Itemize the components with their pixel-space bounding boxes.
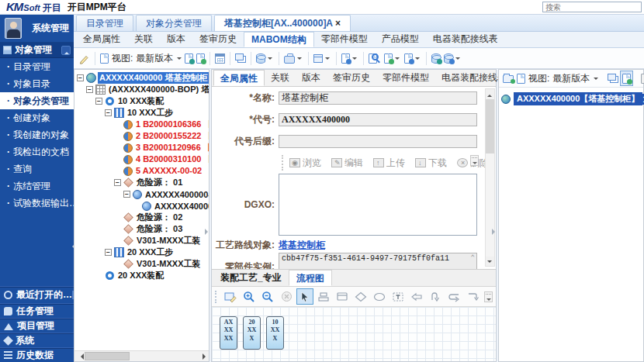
name-field[interactable] [279,91,477,105]
tree-node-workstep-10[interactable]: 10 XXX工步 [74,107,209,119]
sidebar-section-project-management[interactable]: 项目管理 [0,318,74,333]
upload-button[interactable]: 上传 [373,157,405,170]
tab-global-properties[interactable]: 全局属性 [76,32,127,47]
collapse-expander-icon[interactable] [105,109,112,116]
route-object-link[interactable]: 塔基控制柜 [279,239,325,252]
chevron-down-icon[interactable] [177,57,182,62]
sidebar-item-create-object[interactable]: 创建对象 [0,109,74,126]
tab-catalog-management[interactable]: 目录管理 [76,15,133,31]
sidebar-section-task-management[interactable]: 任务管理 [0,303,74,318]
sidebar-section-recently-opened[interactable]: 最近打开的… [0,286,74,303]
tree-node-hazard-doc[interactable]: AXXXXX400000-B [74,188,209,200]
tab-mabom-structure[interactable]: MABOM结构 [244,32,314,47]
document-add-icon[interactable] [195,50,206,66]
pointer-select-icon[interactable] [296,288,313,305]
toolbox-icon[interactable] [282,50,305,66]
view-document-icon[interactable] [99,50,110,66]
sidebar-item-object-catalog[interactable]: 对象目录 [0,75,74,92]
database-edit-icon[interactable] [442,50,463,66]
tree-node-part[interactable]: 3 B20001120966 【刀 [74,142,209,153]
horizontal-scrollbar[interactable] [74,350,209,361]
tree-node-root[interactable]: AXXXXX400000 塔基控制柜 [74,72,209,84]
collapse-expander-icon[interactable] [95,98,102,105]
center-splitter-handle[interactable] [492,222,497,241]
text-label-icon[interactable] [390,288,407,305]
sidebar-section-system[interactable]: 系统 [0,333,74,347]
part-instance-textarea[interactable]: cbb47f75-f351-4614-9497-79175ff0fa11 ⌃ [279,253,477,270]
ellipse-shape-icon[interactable] [371,288,388,305]
search-input[interactable] [542,2,642,12]
edit-properties-icon[interactable] [222,288,239,305]
tree-node-part[interactable]: 4 B20000310100 【紧 [74,153,209,165]
collapse-expander-icon[interactable] [123,191,130,198]
tree-node-hazard-01[interactable]: 危险源： 01 [74,177,209,188]
arrow-down-icon[interactable] [427,288,444,305]
sidebar-item-object-classification[interactable]: 对象分类管理 [0,92,74,109]
import-image-icon[interactable] [620,71,633,86]
scroll-down-icon[interactable] [486,257,494,266]
tab-product-model[interactable]: 产品模型 [375,32,426,47]
tab-tower-base-control-cabinet[interactable]: 塔基控制柜[AX..400000]A× [214,15,351,31]
sidebar-item-my-checked-out-docs[interactable]: 我检出的文档 [0,143,74,160]
tree-node-workstep-20[interactable]: 20 XXX工步 [74,247,209,258]
tree-node-part[interactable]: 5 AXXXXX-00-02 【 [74,165,209,177]
tab-versions-inner[interactable]: 版本 [296,70,327,86]
tree-node-tooling[interactable]: V301-MXXX工装 [74,258,209,270]
collapse-expander-icon[interactable] [105,249,112,256]
edit-button[interactable]: 编辑 [331,157,363,170]
scroll-left-icon[interactable] [74,351,85,361]
scrollbar-thumb[interactable] [486,99,494,153]
code-suffix-field[interactable] [279,135,477,148]
search-document-icon[interactable] [367,50,383,66]
arrow-return-icon[interactable] [445,288,462,305]
tree-node-assembly-10[interactable]: 10 XXX装配 [74,95,209,107]
process-box-icon[interactable] [315,288,332,305]
scroll-right-icon[interactable] [199,351,209,361]
window-shape-icon[interactable] [334,288,351,305]
flow-node[interactable]: 10 XX X [266,316,284,350]
tree-node-hazard-02[interactable]: 危险源： 02 [74,212,209,223]
toolbar-overflow-icon[interactable] [484,291,493,302]
toolbar-grip[interactable] [215,291,218,303]
browse-button[interactable]: 浏览 [289,157,321,170]
document-gear-icon[interactable] [183,50,195,66]
scroll-up-icon[interactable] [486,89,494,98]
new-document-icon[interactable] [515,71,527,86]
sidebar-item-query[interactable]: 查询 [0,160,74,178]
flow-node[interactable]: 20 XX X [243,316,261,350]
tab-relations[interactable]: 关联 [127,32,160,47]
tab-flowchart[interactable]: 流程图 [289,270,332,286]
tree-node-assembly-20[interactable]: 20 XXX装配 [74,270,209,281]
code-field[interactable] [279,113,477,126]
scrollbar-thumb[interactable] [85,352,130,360]
tree-node-part[interactable]: 1 B20000106366 【打 [74,119,209,130]
toolbar-overflow-icon[interactable] [470,155,479,166]
collapse-expander-icon[interactable] [77,74,84,81]
tree-node-hazard-03[interactable]: 危险源： 03 [74,223,209,235]
tree-node-hazard-doc-child[interactable]: AXXXXX400000 [74,200,209,212]
view-value[interactable]: 最新版本 [552,72,590,85]
instance-tree-node[interactable]: AXXXXX400000【塔基控制柜】1 [500,92,642,105]
tab-global-properties-inner[interactable]: 全局属性 [213,70,265,86]
tab-part-model-inner[interactable]: 零部件模型 [376,70,435,86]
sidebar-section-object-management[interactable]: 对象管理 [0,43,74,58]
close-icon[interactable]: × [335,18,341,29]
tree-node-part[interactable]: 2 B20000155222 【带 [74,130,209,142]
decision-diamond-icon[interactable] [352,288,369,305]
sidebar-item-catalog-management[interactable]: 目录管理 [0,58,74,75]
tab-electrical-wiring-table[interactable]: 电器装配接线表 [426,32,505,47]
tree-node-bop[interactable]: (AXXXXX400000-BOP) 塔 [74,84,209,95]
zoom-out-icon[interactable] [259,288,276,305]
arrow-loop-icon[interactable] [464,288,481,305]
database-gear-icon[interactable] [430,50,442,66]
flow-node[interactable]: AX XX XX [220,316,237,350]
document-menu-icon[interactable] [403,50,423,66]
edit-pencil-icon[interactable] [77,50,92,66]
scroll-up-icon[interactable]: ⌃ [471,253,475,262]
export-document-icon[interactable] [340,50,360,66]
tab-versions[interactable]: 版本 [160,32,192,47]
tab-assembly-process[interactable]: 装配工艺_专业 [213,270,289,286]
search-document-alt-icon[interactable] [383,50,403,66]
chevron-down-icon[interactable] [594,78,598,82]
view-value[interactable]: 最新版本 [136,52,173,65]
